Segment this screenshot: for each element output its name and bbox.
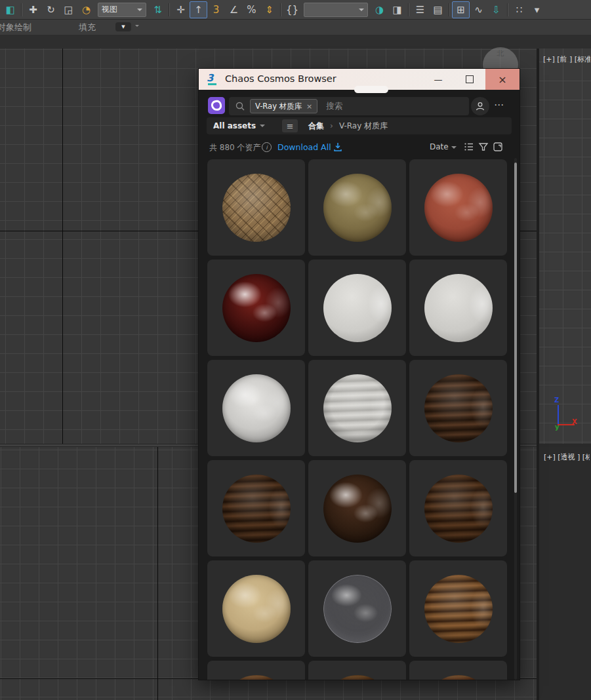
viewport-perspective-label[interactable]: [+] [透视 ] [标: [544, 452, 590, 462]
snap-toggle-icon[interactable]: 3: [207, 1, 225, 18]
asset-card[interactable]: [308, 159, 406, 256]
dialog-title: Chaos Cosmos Browser: [225, 73, 336, 84]
info-icon[interactable]: i: [262, 142, 272, 152]
select-and-scale-icon[interactable]: ◲: [60, 1, 77, 18]
asset-card[interactable]: [207, 661, 305, 680]
asset-card[interactable]: [409, 661, 507, 680]
download-all-link[interactable]: Download All: [277, 142, 331, 152]
select-and-move-icon[interactable]: ✚: [24, 1, 42, 18]
sort-caret-icon[interactable]: [451, 146, 457, 151]
material-editor-icon[interactable]: ⊞: [452, 1, 470, 18]
align-icon[interactable]: ◨: [388, 1, 406, 18]
all-assets-dropdown[interactable]: All assets: [213, 121, 256, 130]
toolbar-separator: [280, 3, 281, 16]
cosmos-logo-icon[interactable]: [208, 97, 225, 114]
snap-toggle-icon-glyph: 3: [213, 4, 220, 16]
material-sphere-preview: [323, 374, 392, 442]
mirror-icon[interactable]: ◑: [371, 1, 388, 18]
named-selection-dropdown[interactable]: [304, 3, 368, 17]
asset-card[interactable]: [308, 360, 406, 456]
asset-card[interactable]: [409, 260, 507, 356]
spinner-snap-icon[interactable]: ⇕: [260, 1, 278, 18]
material-sphere-preview: [424, 475, 493, 543]
sub-toolbar: 对象绘制 填充 ▼: [0, 20, 591, 35]
more-menu-button[interactable]: ⋯: [494, 99, 504, 111]
account-button[interactable]: [471, 97, 489, 115]
use-pivot-center-icon[interactable]: ⇅: [149, 1, 167, 18]
search-input[interactable]: V-Ray 材质库 × 搜索: [229, 97, 469, 115]
select-and-place-icon[interactable]: ◔: [77, 1, 95, 18]
chip-remove-icon[interactable]: ×: [306, 102, 312, 111]
toolbar-separator: [169, 3, 170, 16]
toolbar-separator: [507, 3, 508, 16]
viewport-front[interactable]: [539, 49, 591, 444]
app-window: ◧✚↻◲◔视图⇅✛↑3∠%⇕{}◑◨☰▤⊞∿⇩∷▾ 对象绘制 填充 ▼ [+] …: [0, 0, 591, 700]
percent-snap-icon[interactable]: %: [243, 1, 260, 18]
minimize-icon: —: [434, 75, 443, 85]
keyboard-override-icon-glyph: ↑: [194, 4, 203, 16]
breadcrumb-current[interactable]: V-Ray 材质库: [339, 121, 388, 132]
asset-card[interactable]: [409, 460, 507, 556]
material-sphere-preview: [424, 374, 493, 442]
minimize-button[interactable]: —: [422, 69, 454, 90]
render-setup-icon[interactable]: ⇩: [487, 1, 505, 18]
select-and-rotate-icon[interactable]: ↻: [42, 1, 60, 18]
fill-options-icon: ▼: [121, 24, 125, 29]
filter-funnel-icon[interactable]: [478, 142, 489, 152]
ribbon-toggle-icon[interactable]: ▤: [429, 1, 447, 18]
toolbar-overflow-icon[interactable]: ▾: [528, 1, 546, 18]
category-menu-button[interactable]: ≡: [282, 119, 298, 132]
select-and-manipulate-icon[interactable]: ✛: [172, 1, 190, 18]
keyboard-override-icon[interactable]: ↑: [190, 1, 207, 18]
asset-card[interactable]: [207, 560, 305, 657]
render-frame-icon[interactable]: ∷: [510, 1, 528, 18]
material-sphere-preview: [323, 475, 392, 543]
fill-flyout-caret-icon[interactable]: [135, 25, 139, 29]
view-list-icon[interactable]: [464, 142, 474, 152]
material-sphere-preview: [323, 174, 392, 242]
close-button[interactable]: ×: [485, 69, 520, 90]
material-sphere-preview: [424, 675, 493, 680]
layer-manager-icon[interactable]: ☰: [411, 1, 429, 18]
reference-coordinate-dropdown[interactable]: 视图: [98, 3, 146, 17]
asset-card[interactable]: [308, 460, 406, 556]
angle-snap-icon[interactable]: ∠: [225, 1, 243, 18]
curve-editor-icon[interactable]: ∿: [470, 1, 487, 18]
all-assets-caret-icon[interactable]: [260, 125, 265, 130]
material-sphere-preview: [222, 274, 291, 342]
layer-manager-icon-glyph: ☰: [416, 4, 424, 16]
named-selection-edit-icon[interactable]: {}: [283, 1, 301, 18]
viewport-divider-horizontal-right[interactable]: [537, 444, 591, 447]
multi-select-icon[interactable]: [493, 142, 503, 152]
select-and-manipulate-icon-glyph: ✛: [176, 4, 185, 16]
search-filter-chip[interactable]: V-Ray 材质库 ×: [250, 99, 317, 113]
asset-count: 共 880 个资产: [209, 142, 261, 153]
asset-card[interactable]: [308, 260, 406, 356]
3dsmax-logo-icon: 3: [207, 73, 220, 86]
asset-card[interactable]: [207, 360, 305, 456]
asset-card[interactable]: [207, 260, 305, 356]
asset-card[interactable]: [409, 360, 507, 456]
asset-card[interactable]: [308, 661, 406, 680]
maximize-button[interactable]: [454, 69, 485, 90]
asset-card[interactable]: [409, 560, 507, 657]
sort-by-dropdown[interactable]: Date: [430, 142, 449, 151]
fill-options-button[interactable]: ▼: [115, 22, 131, 31]
breadcrumb-collections[interactable]: 合集: [308, 121, 324, 132]
align-icon-glyph: ◨: [392, 4, 401, 16]
material-sphere-preview: [424, 174, 493, 242]
status-row: 共 880 个资产 i Download All Date: [199, 139, 520, 156]
viewport-front-label[interactable]: [+] [前 ] [标准: [543, 54, 590, 64]
fill-label[interactable]: 填充: [79, 22, 96, 33]
dialog-scrollbar-thumb[interactable]: [514, 163, 517, 493]
asset-card[interactable]: [207, 460, 305, 556]
asset-card[interactable]: [207, 159, 305, 256]
asset-grid: [207, 159, 510, 680]
viewcube-north-label[interactable]: 北: [497, 49, 504, 58]
clipped-tool-icon[interactable]: ◧: [1, 1, 19, 18]
asset-card[interactable]: [308, 560, 406, 657]
asset-card[interactable]: [409, 159, 507, 256]
material-sphere-preview: [222, 675, 291, 680]
download-icon[interactable]: [333, 142, 342, 152]
drag-handle-pill[interactable]: [354, 86, 388, 93]
